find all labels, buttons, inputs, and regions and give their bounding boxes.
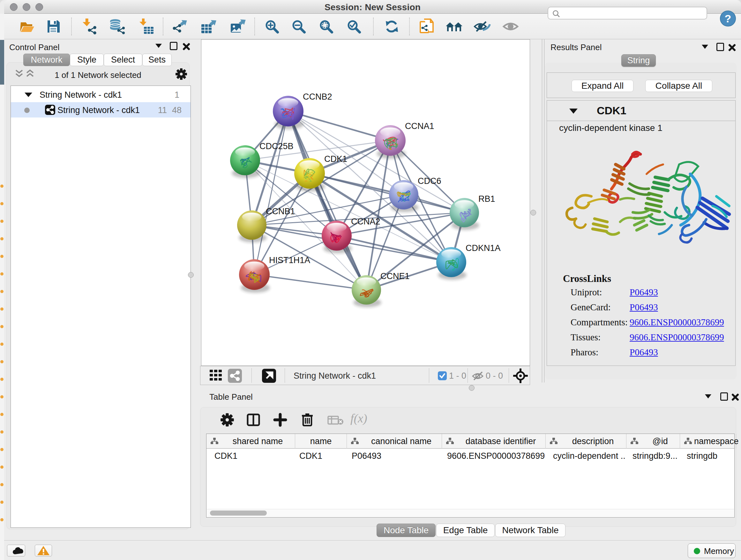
import-table-from-file-icon[interactable]: [138, 18, 154, 35]
edge-CCNB2-HIST1H1A[interactable]: [254, 111, 288, 274]
clone-network-icon[interactable]: [419, 18, 435, 35]
search-input[interactable]: [563, 8, 703, 18]
node-RB1[interactable]: RB1: [450, 194, 495, 230]
delete-column-trash-icon[interactable]: [300, 412, 314, 427]
grid-layout-icon[interactable]: [209, 369, 223, 382]
maximize-panel-icon[interactable]: [717, 43, 724, 52]
tab-network[interactable]: Network: [23, 54, 70, 66]
network-row-selected[interactable]: String Network - cdk1 11 48: [11, 102, 191, 118]
open-in-new-window-button[interactable]: [262, 369, 276, 383]
maximize-panel-icon[interactable]: [170, 42, 178, 51]
scrollbar-thumb[interactable]: [210, 510, 267, 516]
add-column-icon[interactable]: [273, 413, 287, 427]
node-CDC25B[interactable]: CDC25B: [230, 141, 293, 178]
table-cell[interactable]: cyclin-dependent ...: [553, 451, 625, 462]
network-collection-row[interactable]: String Network - cdk1 1: [11, 87, 191, 102]
expand-all-button[interactable]: Expand All: [571, 80, 633, 92]
string-network-graph[interactable]: CCNB2CCNA1CDC25BCDK1CDC6RB1CCNB1CCNA2CDK…: [201, 40, 530, 366]
return-to-home-icon[interactable]: [445, 19, 464, 34]
node-table[interactable]: shared namenamecanonical namedatabase id…: [206, 434, 735, 517]
node-CCNB2[interactable]: CCNB2: [273, 92, 332, 129]
tab-string[interactable]: String: [621, 54, 656, 67]
tab-node-table[interactable]: Node Table: [377, 523, 435, 537]
table-cell[interactable]: P06493: [352, 451, 441, 462]
hide-panels-icon[interactable]: [473, 19, 491, 34]
table-cell[interactable]: stringdb: [687, 451, 735, 462]
crosslink-link[interactable]: P06493: [630, 347, 658, 358]
collection-expander-icon[interactable]: [24, 91, 32, 98]
open-file-icon[interactable]: [19, 19, 36, 34]
export-table-to-file-icon[interactable]: [201, 18, 219, 35]
tab-edge-table[interactable]: Edge Table: [436, 523, 495, 537]
column-header-@id[interactable]: @id: [626, 434, 680, 449]
status-bar: Memory: [4, 540, 741, 560]
table-cell[interactable]: CDK1: [214, 451, 294, 462]
crosslink-link[interactable]: 9606.ENSP00000378699: [630, 317, 724, 327]
node-label-CCNB2: CCNB2: [303, 92, 332, 102]
section-expander-icon[interactable]: [569, 108, 578, 115]
zoom-in-icon[interactable]: [264, 19, 280, 34]
warnings-button[interactable]: [35, 545, 52, 557]
results-panel-divider[interactable]: [542, 39, 544, 382]
save-session-icon[interactable]: [46, 19, 61, 34]
string-results-content: Expand All Collapse All CDK1 cyclin-depe…: [545, 63, 737, 379]
zoom-fit-content-icon[interactable]: [319, 19, 334, 34]
zoom-selected-icon[interactable]: [346, 19, 361, 34]
cloud-status-button[interactable]: [7, 545, 25, 557]
show-panels-icon[interactable]: [502, 20, 520, 33]
column-header-database-identifier[interactable]: database identifier: [442, 434, 546, 449]
column-header-description[interactable]: description: [546, 434, 626, 449]
node-CDC6[interactable]: CDC6: [389, 176, 441, 212]
export-network-to-file-icon[interactable]: [172, 18, 189, 35]
tab-select[interactable]: Select: [104, 54, 142, 66]
float-panel-icon[interactable]: [155, 44, 162, 49]
float-panel-icon[interactable]: [702, 44, 708, 50]
table-settings-gear-icon[interactable]: [220, 413, 234, 427]
table-cell[interactable]: CDK1: [299, 451, 346, 462]
column-header-namespace[interactable]: namespace: [680, 434, 736, 449]
help-button[interactable]: ?: [720, 10, 736, 26]
column-header-shared-name[interactable]: shared name: [206, 434, 295, 449]
crosslink-link[interactable]: P06493: [630, 287, 658, 298]
column-header-canonical-name[interactable]: canonical name: [347, 434, 442, 449]
search-field[interactable]: [548, 7, 707, 19]
edge-CCNA2-CDKN1A[interactable]: [337, 236, 451, 262]
zoom-out-icon[interactable]: [291, 19, 307, 34]
table-cell[interactable]: stringdb:9...: [632, 451, 679, 462]
tab-style[interactable]: Style: [70, 54, 104, 66]
share-network-button[interactable]: [228, 369, 242, 383]
crosslink-link[interactable]: P06493: [630, 302, 658, 313]
edge-HIST1H1A-CCNE1[interactable]: [254, 274, 366, 290]
import-network-from-database-icon[interactable]: [108, 18, 125, 35]
close-panel-icon[interactable]: [182, 42, 191, 52]
memory-button[interactable]: Memory: [688, 543, 736, 558]
tab-network-table[interactable]: Network Table: [495, 523, 565, 537]
node-CDK1[interactable]: CDK1: [294, 154, 347, 192]
network-options-gear-icon[interactable]: [175, 68, 187, 80]
maximize-panel-icon[interactable]: [720, 392, 728, 402]
import-network-from-file-icon[interactable]: [80, 18, 97, 35]
collapse-all-button[interactable]: Collapse All: [645, 80, 712, 92]
close-panel-icon[interactable]: [728, 43, 736, 53]
tab-sets[interactable]: Sets: [142, 54, 172, 66]
fit-selection-crosshair-icon[interactable]: [513, 368, 528, 383]
node-CDKN1A[interactable]: CDKN1A: [436, 243, 501, 280]
node-CCNB1[interactable]: CCNB1: [237, 206, 295, 242]
left-splitter-handle[interactable]: [188, 272, 194, 278]
node-CCNE1[interactable]: CCNE1: [352, 271, 410, 307]
close-panel-icon[interactable]: [731, 393, 739, 402]
network-canvas[interactable]: CCNB2CCNA1CDC25BCDK1CDC6RB1CCNB1CCNA2CDK…: [201, 39, 530, 366]
right-splitter-handle[interactable]: [530, 210, 536, 215]
protein-section-header[interactable]: CDK1: [547, 101, 735, 121]
export-image-icon[interactable]: [230, 18, 247, 35]
refresh-network-icon[interactable]: [384, 19, 400, 34]
column-header-name[interactable]: name: [295, 434, 347, 449]
float-panel-icon[interactable]: [705, 394, 711, 400]
selected-checkbox-icon[interactable]: [437, 371, 447, 381]
horizontal-scrollbar[interactable]: [207, 509, 734, 517]
split-table-icon[interactable]: [246, 413, 260, 427]
table-cell[interactable]: 9606.ENSP00000378699: [447, 451, 544, 462]
node-CCNA1[interactable]: CCNA1: [375, 121, 434, 159]
crosslink-link[interactable]: 9606.ENSP00000378699: [630, 332, 724, 343]
node-HIST1H1A[interactable]: HIST1H1A: [239, 255, 310, 293]
